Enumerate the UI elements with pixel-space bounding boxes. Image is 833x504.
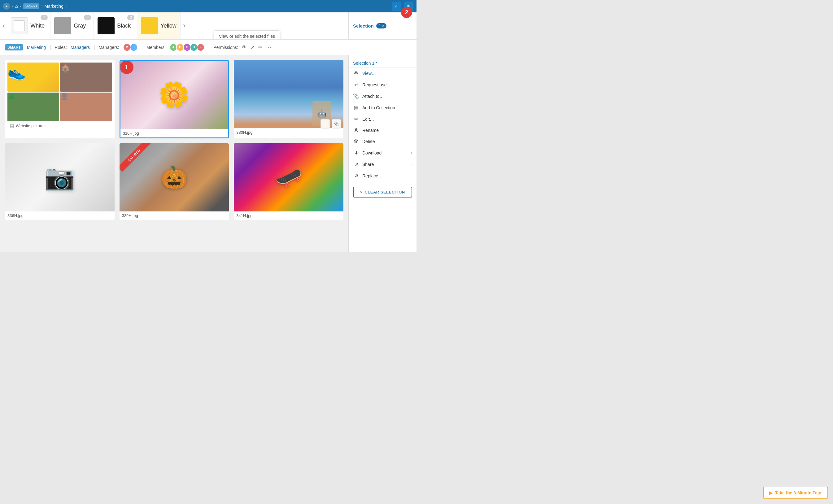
panel-item-share[interactable]: ↗ Share › (349, 159, 416, 170)
clear-selection-button[interactable]: × CLEAR SELECTION (353, 187, 412, 197)
selection-tab-name: Selection 1 * (353, 61, 378, 66)
tab-black-count: 3 (127, 15, 135, 20)
brand-icon: ● (3, 3, 10, 9)
gallery-item-label: 330H.jpg (234, 128, 343, 137)
share-item-button[interactable]: → (320, 119, 330, 128)
list-item[interactable]: 🛹 341H.jpg (234, 143, 343, 220)
toolbar-sep-3: | (142, 45, 143, 50)
edit-permission-icon: ✏ (258, 44, 262, 50)
gallery-item-label: 339H.jpg (120, 212, 229, 220)
avatar-2[interactable]: J (130, 43, 138, 51)
tooltip-text: View or edit the selected files (219, 34, 275, 39)
tab-gray-count: 6 (84, 15, 91, 20)
tab-gray-label: Gray (74, 23, 86, 29)
request-icon: ↩ (353, 82, 359, 88)
panel-item-view[interactable]: 👁 View… (349, 68, 416, 79)
collection-cell-3: 🌲 (7, 93, 59, 122)
view-permission-icon: 👁 (242, 45, 247, 50)
list-item[interactable]: 🎃 ⚠ EXPIRED 339H.jpg (120, 143, 229, 220)
tab-prev-button[interactable]: ‹ (0, 13, 7, 39)
tab-white-count: 7 (41, 15, 48, 20)
panel-separator (349, 183, 416, 183)
gallery-image: 📷 (5, 143, 115, 212)
main-content: 👟 🏠 🌲 👤 ▤ Website pictures (0, 55, 416, 252)
breadcrumb-arrow-3: › (41, 4, 42, 8)
toolbar: SMART Marketing | Roles: Managers | Mana… (0, 40, 416, 55)
list-item[interactable]: 1 🌼 316H.jpg (120, 60, 229, 138)
attach-icon: 📎 (353, 93, 359, 99)
panel-item-replace[interactable]: ↺ Replace… (349, 170, 416, 182)
panel-item-label: Download (362, 150, 381, 155)
clear-selection-icon: × (360, 190, 363, 194)
avatar-7[interactable]: E (197, 43, 205, 51)
panel-item-delete[interactable]: 🗑 Delete (349, 136, 416, 147)
category-tabs: ‹ White 7 Gray 6 Black 3 (0, 13, 348, 40)
panel-item-label: Request use… (362, 82, 391, 87)
item-actions: → 📎 (320, 119, 341, 128)
collection-icon: ▤ (353, 105, 359, 111)
page-title: Marketing (44, 4, 63, 9)
tab-yellow-label: Yellow (160, 23, 176, 29)
panel-item-edit[interactable]: ✏ Edit… (349, 113, 416, 125)
tab-black-label: Black (117, 23, 131, 29)
gray-thumb (54, 17, 71, 34)
home-icon[interactable]: ⌂ (15, 3, 18, 9)
selection-close-icon[interactable]: × (382, 24, 384, 28)
collection-cell-2: 🏠 (60, 63, 112, 92)
panel-item-download[interactable]: ⬇ Download › (349, 147, 416, 159)
gallery-image: 🛹 (234, 143, 343, 212)
right-panel: Selection 1 * 👁 View… ↩ Request use… 📎 A… (348, 55, 416, 252)
more-options-icon[interactable]: ··· (266, 44, 271, 51)
panel-item-label: Attach to… (362, 94, 384, 99)
gallery-image: 🌼 (120, 61, 228, 129)
clear-selection-label: CLEAR SELECTION (364, 190, 405, 194)
gallery-image: 🤖 (234, 60, 343, 128)
gallery-item-label: 316H.jpg (120, 129, 228, 138)
rename-icon: A (353, 127, 359, 133)
attach-item-button[interactable]: 📎 (332, 119, 341, 128)
panel-item-label: Replace… (362, 173, 382, 178)
tab-black[interactable]: Black 3 (94, 13, 137, 39)
white-thumb (11, 17, 28, 34)
list-item[interactable]: 👟 🏠 🌲 👤 ▤ Website pictures (5, 60, 115, 138)
tab-yellow[interactable]: Yellow (137, 13, 181, 39)
toolbar-section-link[interactable]: Marketing (27, 45, 46, 50)
members-label: Members: (146, 45, 166, 50)
gallery-item-label: 336H.jpg (5, 212, 115, 220)
tab-gray[interactable]: Gray 6 (50, 13, 94, 39)
managers-label: Managers: (98, 45, 119, 50)
red-badge-1: 1 (120, 61, 134, 74)
panel-item-rename[interactable]: A Rename (349, 125, 416, 136)
panel-item-collection[interactable]: ▤ Add to Collection… (349, 102, 416, 113)
panel-item-label: Rename (362, 128, 379, 133)
managers-link[interactable]: Managers (71, 45, 90, 50)
delete-icon: 🗑 (353, 139, 359, 144)
list-item[interactable]: 🤖 → 📎 330H.jpg (234, 60, 343, 138)
breadcrumb-arrow-2: › (20, 4, 21, 8)
panel-item-label: Edit… (362, 117, 374, 122)
panel-item-attach[interactable]: 📎 Attach to… (349, 90, 416, 102)
tab-next-button[interactable]: › (181, 13, 188, 39)
toolbar-sep-2: | (94, 45, 95, 50)
breadcrumb-arrow-1: › (12, 4, 13, 8)
collection-cell-4: 👤 (60, 93, 112, 122)
toolbar-sep-1: | (50, 45, 51, 50)
selection-badge: 1 × (376, 23, 387, 28)
list-item[interactable]: 📷 336H.jpg (5, 143, 115, 220)
checkmark-button[interactable]: ✓ (392, 2, 401, 11)
panel-item-request[interactable]: ↩ Request use… (349, 79, 416, 90)
toolbar-brand: SMART (5, 44, 23, 50)
tab-white-label: White (30, 23, 45, 29)
yellow-thumb (141, 17, 158, 34)
gallery-item-label: ▤ Website pictures (7, 121, 112, 130)
tooltip: View or edit the selected files (214, 30, 280, 40)
panel-item-label: Add to Collection… (362, 105, 400, 110)
collection-preview: 👟 🏠 🌲 👤 (7, 63, 112, 121)
gallery-item-label: 341H.jpg (234, 212, 343, 220)
tab-white[interactable]: White 7 (7, 13, 50, 39)
toolbar-sep-4: | (208, 45, 210, 50)
red-badge-2: 2 (401, 7, 412, 18)
gallery-area: 👟 🏠 🌲 👤 ▤ Website pictures (0, 55, 348, 252)
collection-cell-1: 👟 (7, 63, 59, 92)
expired-ribbon: EXPIRED (120, 143, 150, 174)
